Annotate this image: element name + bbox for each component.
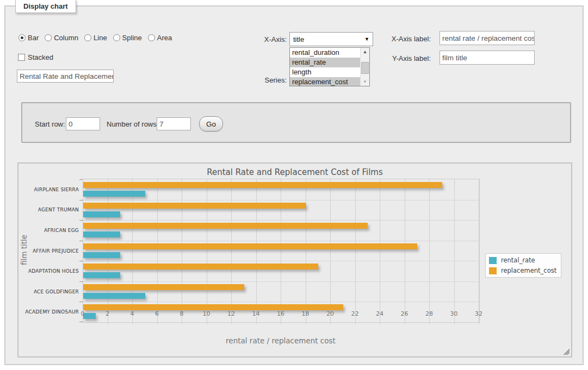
radio-spline-label: Spline — [122, 34, 142, 42]
chart-plot-area: AIRPLANE SIERRAAGENT TRUMANAFRICAN EGGAF… — [83, 179, 480, 323]
series-multiselect[interactable]: rental_duration rental_rate length repla… — [289, 47, 370, 86]
x-axis-selected-value: title — [293, 35, 304, 43]
radio-area[interactable]: Area — [148, 34, 172, 42]
gridline — [207, 179, 207, 324]
x-tick-label: 20 — [322, 310, 338, 317]
x-tick-label: 2 — [100, 310, 116, 317]
bar-rental_rate — [83, 211, 120, 217]
bar-rental_rate — [83, 293, 145, 299]
gridline — [83, 241, 479, 241]
radio-area-control[interactable] — [148, 34, 155, 41]
x-tick-label: 4 — [124, 310, 140, 317]
scrollbar-thumb[interactable] — [361, 62, 369, 74]
gridline — [231, 179, 232, 324]
series-option-rental-rate[interactable]: rental_rate — [290, 58, 360, 67]
stacked-row: Stacked — [18, 53, 53, 61]
x-axis-label-caption: X-Axis label: — [381, 35, 431, 43]
chevron-down-icon: ▼ — [364, 36, 369, 42]
scroll-down-icon[interactable]: ▼ — [361, 78, 369, 86]
y-tick — [79, 179, 83, 180]
y-axis-label-input[interactable]: film title — [440, 51, 535, 65]
y-tick — [79, 322, 83, 322]
y-tick — [79, 220, 83, 221]
bar-rental_rate — [83, 252, 120, 258]
x-axis-select[interactable]: title ▼ — [289, 32, 373, 46]
radio-line[interactable]: Line — [84, 34, 107, 42]
x-tick-label: 8 — [174, 310, 190, 317]
legend-swatch — [489, 257, 497, 264]
x-tick-label: 30 — [446, 310, 462, 317]
gridline — [306, 179, 306, 324]
series-scrollbar[interactable]: ▲ ▼ — [360, 48, 369, 86]
start-row-label: Start row: — [35, 120, 65, 128]
x-tick-label: 18 — [298, 310, 314, 317]
stacked-label: Stacked — [28, 53, 53, 61]
category-label: AFRICAN EGG — [22, 228, 79, 233]
scroll-up-icon[interactable]: ▲ — [361, 48, 369, 56]
gridline — [380, 179, 380, 324]
gridline — [429, 179, 430, 324]
bar-replacement_cost — [83, 223, 368, 229]
y-tick — [79, 302, 83, 302]
series-option-replacement-cost[interactable]: replacement_cost — [290, 77, 360, 86]
x-tick-label: 28 — [421, 310, 437, 317]
radio-column-control[interactable] — [45, 34, 52, 41]
legend-entry: replacement_cost — [489, 267, 556, 274]
category-label: AIRPLANE SIERRA — [22, 187, 79, 192]
gridline — [256, 179, 257, 324]
chart-legend: rental_ratereplacement_cost — [485, 253, 561, 278]
series-option-rental-duration[interactable]: rental_duration — [290, 48, 360, 58]
x-tick-label: 26 — [397, 310, 413, 317]
bar-replacement_cost — [83, 182, 442, 188]
y-axis-label-caption: Y-Axis label: — [381, 54, 431, 62]
category-label: ADAPTATION HOLES — [22, 268, 79, 274]
x-tick-label: 6 — [149, 310, 165, 317]
stacked-checkbox[interactable] — [18, 54, 25, 61]
y-tick — [79, 200, 83, 200]
x-tick-label: 12 — [223, 310, 239, 317]
bar-replacement_cost — [83, 243, 417, 249]
x-axis-select-label: X-Axis: — [234, 35, 287, 43]
gridline — [479, 179, 479, 324]
rows-panel: Start row: 0 Number of rows: 7 Go — [21, 102, 571, 143]
gridline — [83, 220, 479, 221]
gridline — [330, 179, 331, 324]
radio-spline-control[interactable] — [113, 34, 120, 41]
num-rows-input[interactable]: 7 — [157, 117, 191, 130]
bar-replacement_cost — [83, 264, 318, 269]
radio-line-label: Line — [94, 34, 107, 42]
radio-column-label: Column — [54, 34, 78, 42]
y-tick — [79, 261, 83, 261]
x-axis-label-input[interactable]: rental rate / replacement cost — [440, 31, 535, 45]
x-tick-label: 14 — [248, 310, 264, 317]
series-select-label: Series: — [234, 76, 287, 84]
gridline — [454, 179, 455, 324]
x-tick-label: 22 — [347, 310, 363, 317]
bar-replacement_cost — [83, 304, 343, 310]
x-tick-label: 24 — [372, 310, 388, 317]
radio-line-control[interactable] — [84, 34, 91, 41]
series-options: rental_duration rental_rate length repla… — [290, 48, 360, 86]
gridline — [182, 179, 182, 324]
chart-title-input[interactable]: Rental Rate and Replacemer — [17, 70, 114, 83]
bar-rental_rate — [83, 191, 145, 197]
x-tick-label: 0 — [75, 310, 91, 317]
radio-column[interactable]: Column — [45, 34, 78, 42]
num-rows-label: Number of rows: — [107, 120, 158, 128]
resize-handle-icon[interactable] — [564, 349, 570, 355]
series-option-length[interactable]: length — [290, 67, 360, 77]
radio-spline[interactable]: Spline — [113, 34, 142, 42]
radio-bar-control[interactable] — [18, 34, 26, 41]
gridline — [83, 302, 479, 302]
legend-label: rental_rate — [501, 256, 535, 264]
radio-area-label: Area — [157, 34, 172, 42]
radio-bar[interactable]: Bar — [18, 34, 39, 42]
start-row-input[interactable]: 0 — [66, 117, 100, 130]
category-label: AFFAIR PREJUDICE — [22, 248, 79, 254]
y-tick — [79, 241, 83, 241]
go-button[interactable]: Go — [199, 116, 223, 131]
gridline — [83, 200, 479, 200]
gridline — [83, 281, 479, 282]
bar-rental_rate — [83, 231, 120, 237]
x-tick-label: 32 — [471, 310, 487, 317]
